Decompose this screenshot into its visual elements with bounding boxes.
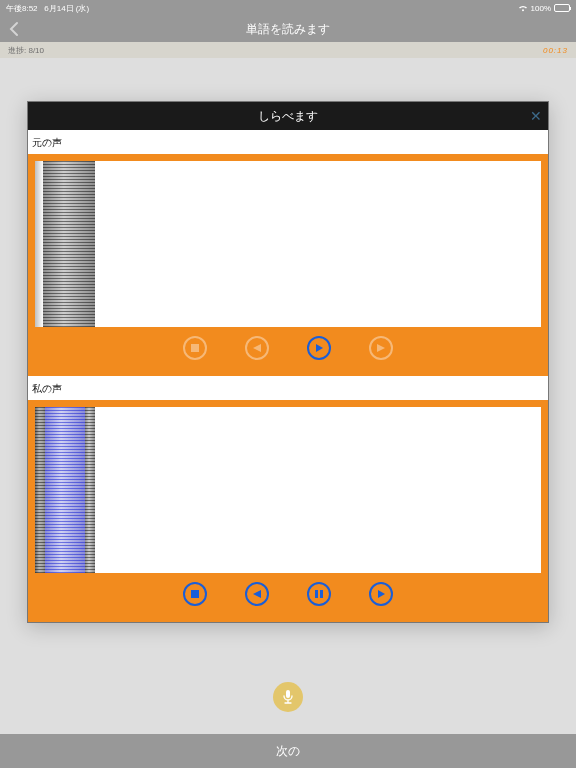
original-audio-block xyxy=(28,154,548,376)
compare-modal: しらべます ✕ 元の声 私の声 xyxy=(27,101,549,623)
battery-icon xyxy=(554,4,570,12)
wifi-icon xyxy=(518,4,528,12)
page-title: 単語を読みます xyxy=(246,21,330,38)
my-spectrogram[interactable] xyxy=(34,406,542,574)
status-left: 午後8:52 6月14日 (水) xyxy=(6,3,89,14)
rewind-button[interactable] xyxy=(245,336,269,360)
stop-button[interactable] xyxy=(183,582,207,606)
status-bar: 午後8:52 6月14日 (水) 100% xyxy=(0,0,576,16)
progress-strip: 進捗: 8/10 00:13 xyxy=(0,42,576,58)
section-label-original: 元の声 xyxy=(28,130,548,154)
status-time: 午後8:52 xyxy=(6,4,38,13)
timer-label: 00:13 xyxy=(543,46,568,55)
svg-rect-3 xyxy=(320,590,323,598)
play-button[interactable] xyxy=(307,336,331,360)
pause-button[interactable] xyxy=(307,582,331,606)
nav-bar: 単語を読みます xyxy=(0,16,576,42)
back-button[interactable] xyxy=(8,21,20,37)
play-button[interactable] xyxy=(369,582,393,606)
modal-title: しらべます xyxy=(258,108,318,125)
my-controls xyxy=(34,574,542,616)
status-date: 6月14日 (水) xyxy=(44,4,89,13)
stop-button[interactable] xyxy=(183,336,207,360)
original-spectrogram[interactable] xyxy=(34,160,542,328)
modal-header: しらべます ✕ xyxy=(28,102,548,130)
svg-rect-0 xyxy=(191,344,199,352)
mic-button[interactable] xyxy=(273,682,303,712)
battery-pct: 100% xyxy=(531,4,551,13)
forward-button[interactable] xyxy=(369,336,393,360)
my-audio-block xyxy=(28,400,548,622)
section-label-mine: 私の声 xyxy=(28,376,548,400)
svg-rect-4 xyxy=(286,690,290,698)
next-button[interactable]: 次の xyxy=(0,734,576,768)
svg-rect-1 xyxy=(191,590,199,598)
original-controls xyxy=(34,328,542,370)
progress-label: 進捗: 8/10 xyxy=(8,45,44,56)
status-right: 100% xyxy=(518,4,570,13)
next-label: 次の xyxy=(276,743,300,760)
rewind-button[interactable] xyxy=(245,582,269,606)
close-button[interactable]: ✕ xyxy=(530,108,542,124)
svg-rect-2 xyxy=(315,590,318,598)
